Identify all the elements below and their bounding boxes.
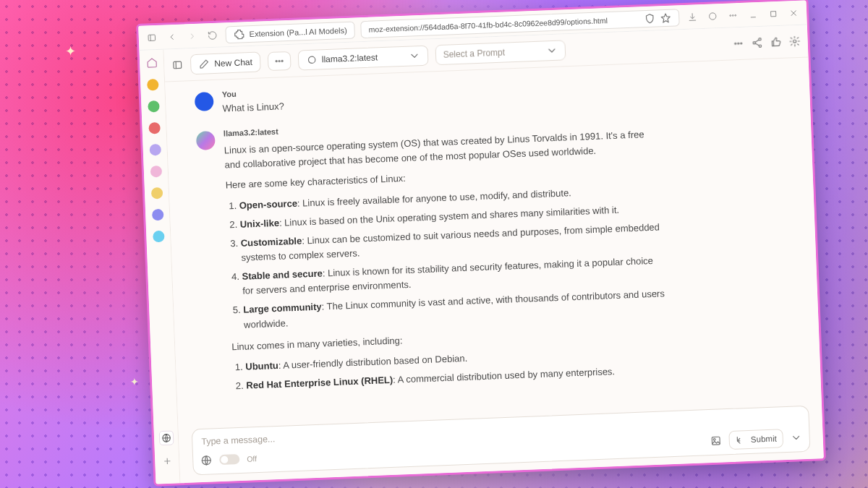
message-assistant: llama3.2:latest Linux is an open-source … [196, 113, 669, 402]
edit-icon [198, 58, 210, 70]
characteristics-list: Open-source: Linux is freely available f… [239, 182, 666, 332]
sidebar-item-icon[interactable] [150, 166, 162, 178]
prompt-select[interactable]: Select a Prompt [435, 40, 566, 65]
svg-point-22 [741, 43, 742, 44]
globe-icon[interactable] [200, 454, 213, 466]
nav-forward-icon[interactable] [184, 28, 200, 43]
submit-button[interactable]: Submit [728, 429, 783, 450]
message-user: You What is Linux? [195, 73, 658, 117]
svg-point-31 [714, 438, 716, 440]
sidebar-toggle-icon[interactable] [144, 30, 159, 45]
svg-point-5 [732, 14, 733, 16]
svg-point-6 [735, 14, 736, 16]
chevron-down-icon [545, 45, 558, 57]
model-selected-label: llama3.2:latest [322, 52, 378, 64]
sidebar-item-icon[interactable] [150, 187, 163, 200]
chat-scroll[interactable]: You What is Linux? llama3.2:latest Linux… [165, 57, 822, 425]
svg-marker-2 [661, 13, 670, 22]
sidebar-item-icon[interactable] [148, 100, 160, 113]
prompt-placeholder: Select a Prompt [443, 48, 505, 60]
overflow-menu-icon[interactable] [726, 8, 741, 23]
svg-line-26 [755, 40, 759, 43]
message-text: What is Linux? [222, 99, 284, 116]
svg-point-16 [276, 61, 277, 62]
sidebar-item-icon[interactable] [149, 144, 161, 156]
model-select[interactable]: llama3.2:latest [297, 46, 428, 71]
sidebar-item-icon[interactable] [151, 209, 163, 221]
sender-name: You [222, 87, 284, 98]
enter-icon [736, 434, 748, 446]
tab-chip[interactable]: Extension (Pa...l AI Models) [225, 21, 355, 43]
svg-point-21 [738, 43, 739, 44]
sidebar-item-icon[interactable] [153, 231, 165, 243]
toolbar-more-icon[interactable] [732, 38, 744, 50]
extensions-icon[interactable] [705, 9, 720, 24]
svg-point-20 [735, 43, 736, 44]
svg-rect-8 [771, 11, 776, 16]
sidebar-home-icon[interactable] [145, 56, 158, 69]
shield-icon[interactable] [644, 12, 656, 25]
window-maximize-icon[interactable] [766, 6, 781, 21]
svg-point-17 [278, 60, 280, 61]
web-toggle[interactable] [219, 454, 240, 465]
window-close-icon[interactable] [786, 5, 801, 20]
avatar-user [195, 92, 214, 111]
tab-label: Extension (Pa...l AI Models) [249, 25, 346, 38]
submit-menu-icon[interactable] [790, 432, 802, 444]
settings-gear-icon[interactable] [788, 35, 801, 48]
extension-icon [233, 28, 245, 40]
svg-point-4 [730, 14, 731, 16]
svg-rect-14 [174, 61, 182, 69]
more-icon [273, 55, 286, 67]
browser-window: Extension (Pa...l AI Models) moz-extensi… [136, 0, 826, 487]
nav-back-icon[interactable] [164, 29, 179, 44]
svg-point-3 [709, 12, 716, 20]
chevron-down-icon [408, 50, 420, 62]
toolbar-more-button[interactable] [267, 51, 291, 71]
image-attach-icon[interactable] [710, 435, 723, 447]
model-icon [306, 54, 318, 67]
svg-line-27 [755, 43, 759, 46]
sidebar-item-icon[interactable] [148, 122, 161, 134]
sidebar-item-icon[interactable] [147, 79, 159, 91]
url-text: moz-extension://564dad6a-8f70-41fb-bd4c-… [368, 14, 639, 33]
svg-point-18 [281, 60, 283, 61]
sidebar-add-icon[interactable] [160, 455, 174, 468]
reload-icon[interactable] [205, 27, 220, 43]
new-chat-button[interactable]: New Chat [190, 52, 261, 75]
panel-toggle-icon[interactable] [171, 59, 184, 72]
window-minimize-icon[interactable] [746, 7, 761, 22]
share-icon[interactable] [751, 37, 763, 49]
bookmark-star-icon[interactable] [660, 12, 672, 24]
svg-point-28 [793, 40, 796, 43]
thumbs-down-icon[interactable] [770, 36, 782, 48]
svg-rect-30 [712, 437, 720, 445]
app-main: New Chat llama3.2:latest Select a Prompt [163, 25, 823, 483]
svg-point-19 [308, 56, 315, 64]
download-icon[interactable] [685, 9, 700, 25]
svg-rect-0 [148, 35, 156, 41]
submit-label: Submit [751, 435, 777, 444]
message-body: Linux is an open-source operating system… [224, 127, 669, 394]
new-chat-label: New Chat [214, 57, 252, 69]
toggle-label: Off [247, 454, 257, 463]
avatar-bot [196, 131, 216, 150]
sidebar-globe-icon[interactable] [159, 432, 173, 445]
